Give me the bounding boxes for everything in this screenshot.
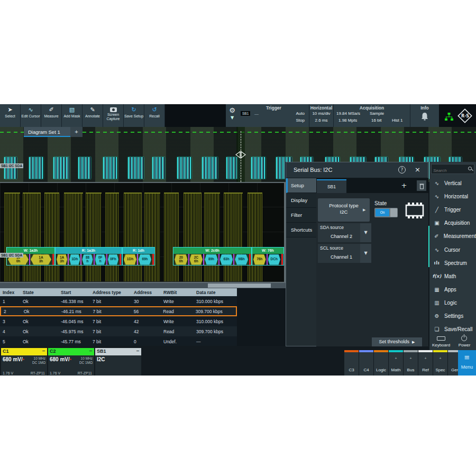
add-diagram-tab-button[interactable]: + — [70, 127, 83, 137]
channel-button-spec[interactable]: +Spec — [433, 350, 447, 376]
minimize-icon[interactable]: ‒ — [136, 348, 139, 353]
channel-widget-c1[interactable]: C1‒680 mV/*10 MHz DC 1MΩ1.76 VRT-ZP11 — [1, 348, 47, 376]
sidebar-item-label: Apps — [444, 287, 456, 292]
sidebar-item-trigger[interactable]: ╱Trigger — [429, 203, 476, 216]
table-row[interactable]: 5Ok-45.77 ms7 bit0Undef.— — [0, 336, 237, 346]
set-thresholds-button[interactable]: Set thresholds▶ — [372, 337, 422, 346]
info-status[interactable]: Info — [410, 104, 439, 127]
zoom-diagram[interactable]: W: 1a3h30 0h1A 3hR: 1a3h1A 3h1Dh88 h0F h… — [0, 182, 286, 283]
scl-source-field[interactable]: SCL source Channel 1 — [318, 244, 360, 263]
sda-source-field[interactable]: SDA source Channel 2 — [318, 223, 360, 242]
sidebar-item-cursor[interactable]: ∿Cursor — [429, 243, 476, 257]
channel-footer: 1.76 VRT-ZP11 — [50, 371, 92, 375]
signal-label-sb1-sda-zoom[interactable]: SB1 I2C SDA — [0, 253, 23, 258]
add-bus-button[interactable]: + — [399, 180, 409, 191]
state-toggle[interactable]: On — [374, 208, 398, 217]
channel-meta: 10 MHz DC 1MΩ — [79, 356, 93, 364]
scrollbar-handle[interactable] — [208, 283, 271, 288]
channel-widget-sb1[interactable]: SB1‒I2C — [95, 348, 141, 376]
power-button[interactable]: Power — [453, 335, 476, 350]
sidebar-item-spectrum[interactable]: ılıSpectrum — [429, 257, 476, 270]
delete-bus-button[interactable] — [417, 180, 426, 191]
help-icon[interactable]: ? — [398, 166, 406, 173]
add-icon: + — [404, 356, 418, 360]
minimize-icon[interactable]: ‒ — [42, 348, 45, 353]
table-cell: -46.338 ms — [58, 299, 90, 304]
keyboard-label: Keyboard — [429, 343, 453, 347]
search-input[interactable] — [432, 167, 464, 175]
sidebar-item-acquisition[interactable]: ▣Acquisition — [429, 216, 476, 230]
channel-widget-c2[interactable]: C2‒680 mV/*10 MHz DC 1MΩ1.76 VRT-ZP11 — [48, 348, 94, 376]
channel-button-math[interactable]: +Math — [389, 350, 403, 376]
horizontal-status[interactable]: Horizontal 10 ms/div 2.6 ms — [309, 104, 334, 127]
toolbar-button-add-mask[interactable]: ▧Add Mask — [62, 104, 83, 127]
signal-label-sb1-sda[interactable]: SB1 I2C SDA — [0, 163, 23, 168]
toolbar-button-label: Measure — [44, 114, 58, 118]
stop-bit-marker — [152, 254, 154, 265]
protocol-type-button[interactable]: Protocol type I2C — [318, 198, 370, 222]
tab-diagram-set-1[interactable]: Diagram Set 1 — [24, 127, 70, 137]
table-header-cell: State — [20, 290, 58, 295]
menu-button[interactable]: ≡ Menu — [458, 350, 476, 376]
channel-button-ref[interactable]: +Ref — [418, 350, 433, 376]
channel-button-c3[interactable]: C3 — [344, 350, 359, 376]
sidebar-item-apps[interactable]: ▦Apps — [429, 283, 476, 296]
toolbar-button-screen-capture[interactable]: Screen Capture — [103, 104, 124, 127]
sidebar-item-measurement[interactable]: ✐Measurement — [429, 230, 476, 243]
toolbar-button-recall[interactable]: ↺Recall — [144, 104, 165, 127]
sidebar-item-save-recall[interactable]: ❏Save/Recall — [429, 323, 476, 336]
menu-search[interactable] — [431, 164, 474, 174]
tab-filter[interactable]: Filter — [286, 208, 316, 223]
tab-display[interactable]: Display — [286, 193, 316, 208]
save-recall-icon: ❏ — [429, 326, 444, 332]
table-row[interactable]: 3Ok-46.045 ms7 bit42Write310.000 kbps — [0, 316, 237, 326]
sidebar-item-horizontal[interactable]: ∿Horizontal — [429, 190, 476, 203]
keyboard-button[interactable]: Keyboard — [429, 335, 453, 350]
toolbar-button-select[interactable]: ➤Select — [0, 104, 21, 127]
tab-sb1[interactable]: SB1 — [317, 179, 346, 193]
horizontal-scrollbar[interactable] — [0, 283, 286, 288]
table-cell: -45.77 ms — [58, 339, 90, 344]
channel-button-logic[interactable]: Logic — [374, 350, 388, 376]
acquisition-status[interactable]: Acquisition 19.84 MSa/s Sample 1.98 Mpts… — [334, 104, 410, 127]
trigger-position-marker[interactable] — [235, 151, 246, 159]
table-header-cell: Address type — [90, 290, 131, 295]
sda-dropdown-arrow[interactable]: ▼ — [360, 223, 371, 242]
horizontal-title: Horizontal — [309, 105, 333, 111]
bus-frame[interactable]: W: 76h76hDCh — [252, 247, 284, 266]
table-row[interactable]: 2Ok-46.21 ms7 bit56Read309.700 kbps — [0, 306, 237, 316]
channel-color-bar — [433, 350, 447, 352]
table-row[interactable]: 4Ok-45.975 ms7 bit42Read309.700 kbps — [0, 326, 237, 336]
scl-dropdown-arrow[interactable]: ▼ — [360, 244, 371, 263]
analog-burst — [105, 193, 119, 281]
tab-shortcuts[interactable]: Shortcuts — [286, 223, 316, 237]
sidebar-item-math[interactable]: f(x)Math — [429, 270, 476, 283]
tab-setup[interactable]: Setup — [286, 178, 316, 193]
sidebar-item-settings[interactable]: ⚙Settings — [429, 309, 476, 323]
toolbar-button-measure[interactable]: ✐Measure — [41, 104, 62, 127]
toolbar-button-annotate[interactable]: ✎Annotate — [83, 104, 103, 127]
table-cell: Ok — [20, 329, 58, 334]
sda-burst — [78, 157, 91, 179]
trigger-status[interactable]: Trigger SB1 — Auto Stop — [239, 104, 309, 127]
toolbar-button-save-setup[interactable]: ↻Save Setup — [124, 104, 144, 127]
table-cell: -46.21 ms — [59, 309, 90, 314]
sidebar-item-label: Save/Recall — [444, 326, 472, 332]
stop-bit-marker — [249, 254, 251, 265]
bus-frame[interactable]: R: 1a3h1A 3h1Dh88 h0F h0Fh — [55, 247, 122, 266]
bus-frame[interactable]: W: 2c6h20 0h2C 6h89h63h9Bh — [173, 247, 252, 266]
sidebar-item-vertical[interactable]: ∿Vertical — [429, 177, 476, 190]
table-row[interactable]: 1Ok-46.338 ms7 bit30Write310.000 kbps — [0, 296, 237, 306]
toolbar-button-edit-cursor[interactable]: ∿Edit Cursor — [21, 104, 41, 127]
bus-frame-body: 76hDCh — [252, 254, 283, 265]
dialog-titlebar[interactable]: Serial Bus: I2C ? × — [286, 162, 428, 178]
toolbar-button-label: Recall — [149, 114, 159, 118]
sidebar-item-logic[interactable]: ▥Logic — [429, 296, 476, 309]
bus-frame[interactable]: R: 1dh1Dh69h — [122, 247, 155, 266]
toolbar-settings-button[interactable]: ⚙ ▼ — [226, 104, 239, 127]
channel-button-c4[interactable]: C4 — [359, 350, 373, 376]
channel-button-bus[interactable]: +Bus — [404, 350, 418, 376]
close-icon[interactable]: × — [415, 166, 420, 173]
minimize-icon[interactable]: ‒ — [89, 348, 92, 353]
analog-burst — [144, 193, 160, 281]
